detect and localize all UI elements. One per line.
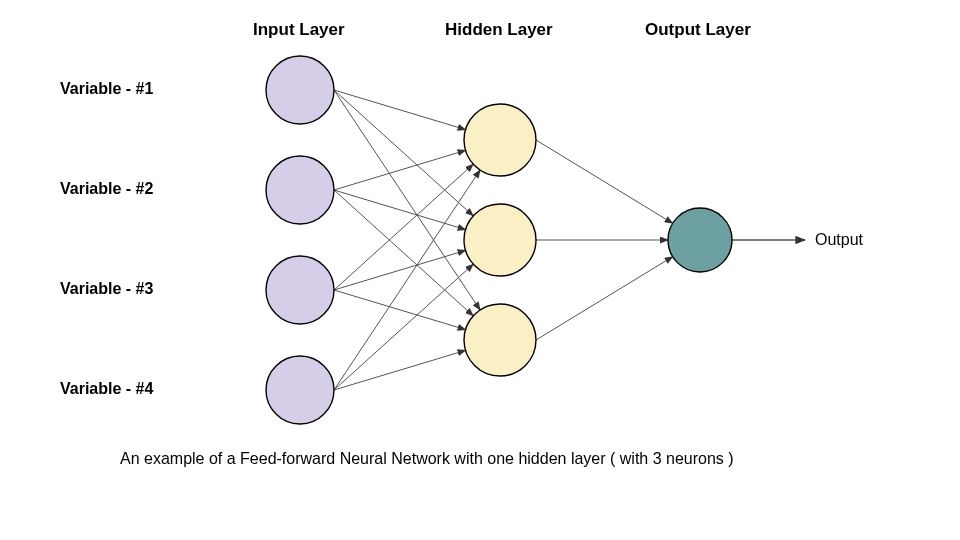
edge	[334, 90, 473, 216]
edge	[536, 140, 673, 223]
input-node-3	[266, 256, 334, 324]
input-node-2	[266, 156, 334, 224]
input-node-1	[266, 56, 334, 124]
output-node	[668, 208, 732, 272]
input-node-4	[266, 356, 334, 424]
edge	[536, 257, 673, 340]
hidden-node-2	[464, 204, 536, 276]
edge	[334, 90, 480, 310]
edge	[334, 190, 466, 230]
hidden-node-3	[464, 304, 536, 376]
edge	[334, 350, 466, 390]
neural-network-diagram	[0, 0, 960, 540]
edge	[334, 170, 480, 390]
edge	[334, 150, 466, 190]
edge	[334, 90, 466, 130]
edge	[334, 164, 473, 290]
edge	[334, 250, 466, 290]
edge	[334, 264, 473, 390]
hidden-node-1	[464, 104, 536, 176]
edges-group	[334, 90, 805, 390]
edge	[334, 290, 466, 330]
edge	[334, 190, 473, 316]
